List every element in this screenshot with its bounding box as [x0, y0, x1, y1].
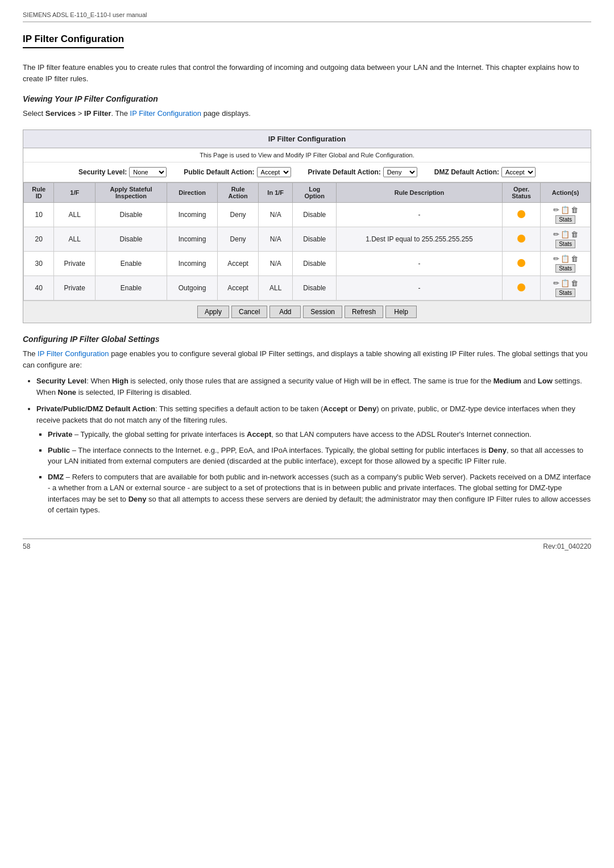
cell-apply-stateful: Enable [96, 252, 167, 276]
apply-button[interactable]: Apply [197, 306, 229, 318]
col-direction: Direction [167, 183, 217, 203]
action-col: ✏📋🗑Stats [544, 279, 587, 297]
sub-item-public: Public – The interface connects to the I… [48, 445, 591, 467]
footer: 58 Rev:01_040220 [23, 539, 591, 550]
copy-icon[interactable]: 📋 [561, 279, 570, 287]
session-button[interactable]: Session [303, 306, 342, 318]
page-title: IP Filter Configuration [23, 34, 124, 48]
help-button[interactable]: Help [385, 306, 417, 318]
ip-filter-config-link2[interactable]: IP Filter Configuration [38, 349, 109, 358]
table-row: 10ALLDisableIncomingDenyN/ADisable-✏📋🗑St… [24, 203, 591, 227]
list-item-default-action: Private/Public/DMZ Default Action: This … [36, 403, 591, 516]
section-configuring: Configuring IP Filter Global Settings Th… [23, 335, 591, 516]
cell-rule-action: Deny [218, 227, 259, 252]
cell-rule-desc: - [337, 276, 503, 301]
cancel-button[interactable]: Cancel [231, 306, 267, 318]
edit-icon[interactable]: ✏ [553, 279, 559, 287]
cell-in-if: N/A [259, 252, 293, 276]
ip-filter-link[interactable]: IP Filter Configuration [130, 109, 202, 118]
cell-in-if: ALL [259, 276, 293, 301]
copy-icon[interactable]: 📋 [561, 230, 570, 239]
button-bar: Apply Cancel Add Session Refresh Help [23, 301, 591, 323]
action-icons: ✏📋🗑 [553, 279, 578, 287]
stats-button[interactable]: Stats [555, 289, 575, 297]
delete-icon[interactable]: 🗑 [571, 206, 578, 214]
col-if: 1/F [54, 183, 96, 203]
stats-button[interactable]: Stats [555, 215, 575, 224]
action-col: ✏📋🗑Stats [544, 230, 587, 248]
copy-icon[interactable]: 📋 [561, 206, 570, 214]
col-rule-action: RuleAction [218, 183, 259, 203]
edit-icon[interactable]: ✏ [553, 206, 559, 214]
col-apply-stateful: Apply StatefulInspection [96, 183, 167, 203]
cell-rule-id: 20 [24, 227, 54, 252]
cell-direction: Incoming [167, 227, 217, 252]
select-instruction: Select Services > IP Filter. The IP Filt… [23, 108, 591, 119]
cell-in-if: N/A [259, 227, 293, 252]
cell-direction: Incoming [167, 203, 217, 227]
cell-apply-stateful: Enable [96, 276, 167, 301]
section1-title: Viewing Your IP Filter Configuration [23, 94, 591, 103]
table-row: 30PrivateEnableIncomingAcceptN/ADisable-… [24, 252, 591, 276]
cell-oper-status [502, 203, 540, 227]
col-rule-id: RuleID [24, 183, 54, 203]
dmz-default-action-select[interactable]: Accept Deny [501, 167, 536, 177]
action-col: ✏📋🗑Stats [544, 254, 587, 273]
add-button[interactable]: Add [269, 306, 301, 318]
action-col: ✏📋🗑Stats [544, 206, 587, 224]
cell-if: ALL [54, 227, 96, 252]
status-dot [517, 210, 525, 218]
cell-rule-desc: - [337, 252, 503, 276]
cell-actions: ✏📋🗑Stats [541, 203, 591, 227]
col-oper-status: Oper.Status [502, 183, 540, 203]
col-log-option: LogOption [293, 183, 337, 203]
cell-direction: Outgoing [167, 276, 217, 301]
col-rule-desc: Rule Description [337, 183, 503, 203]
edit-icon[interactable]: ✏ [553, 254, 559, 263]
sub-item-dmz: DMZ – Refers to computers that are avail… [48, 471, 591, 516]
section2-title: Configuring IP Filter Global Settings [23, 335, 591, 344]
delete-icon[interactable]: 🗑 [571, 279, 578, 287]
stats-button[interactable]: Stats [555, 240, 575, 248]
cell-rule-desc: 1.Dest IP equal to 255.255.255.255 [337, 227, 503, 252]
table-row: 20ALLDisableIncomingDenyN/ADisable1.Dest… [24, 227, 591, 252]
delete-icon[interactable]: 🗑 [571, 254, 578, 263]
sub-bullet-list: Private – Typically, the global setting … [48, 429, 591, 516]
copy-icon[interactable]: 📋 [561, 254, 570, 263]
stats-button[interactable]: Stats [555, 264, 575, 273]
table-row: 40PrivateEnableOutgoingAcceptALLDisable-… [24, 276, 591, 301]
config-box-subtitle: This Page is used to View and Modify IP … [23, 148, 591, 162]
revision: Rev:01_040220 [543, 542, 591, 550]
edit-icon[interactable]: ✏ [553, 230, 559, 239]
filter-table: RuleID 1/F Apply StatefulInspection Dire… [23, 182, 591, 301]
security-level-select[interactable]: None Low Medium High [129, 167, 167, 177]
refresh-button[interactable]: Refresh [345, 306, 383, 318]
cell-rule-id: 40 [24, 276, 54, 301]
cell-if: Private [54, 252, 96, 276]
delete-icon[interactable]: 🗑 [571, 230, 578, 239]
section-viewing: Viewing Your IP Filter Configuration Sel… [23, 94, 591, 119]
public-default-action-select[interactable]: Accept Deny [257, 167, 291, 177]
ip-filter-config-box: IP Filter Configuration This Page is use… [23, 130, 591, 323]
cell-oper-status [502, 227, 540, 252]
cell-log-option: Disable [293, 227, 337, 252]
private-default-action-select[interactable]: Deny Accept [383, 167, 417, 177]
cell-log-option: Disable [293, 203, 337, 227]
col-actions: Action(s) [541, 183, 591, 203]
intro-text: The IP filter feature enables you to cre… [23, 62, 591, 84]
cell-rule-id: 10 [24, 203, 54, 227]
cell-direction: Incoming [167, 252, 217, 276]
cell-apply-stateful: Disable [96, 203, 167, 227]
action-icons: ✏📋🗑 [553, 230, 578, 239]
page-number: 58 [23, 542, 30, 550]
config-box-title: IP Filter Configuration [23, 130, 591, 148]
cell-rule-desc: - [337, 203, 503, 227]
status-dot [517, 283, 525, 291]
cell-log-option: Disable [293, 252, 337, 276]
cell-if: Private [54, 276, 96, 301]
public-default-action-group: Public Default Action: Accept Deny [184, 167, 291, 177]
dmz-default-action-label: DMZ Default Action: [434, 168, 499, 176]
cell-log-option: Disable [293, 276, 337, 301]
header-bar: SIEMENS ADSL E-110_E-110-I user manual [23, 11, 591, 22]
action-icons: ✏📋🗑 [553, 206, 578, 214]
